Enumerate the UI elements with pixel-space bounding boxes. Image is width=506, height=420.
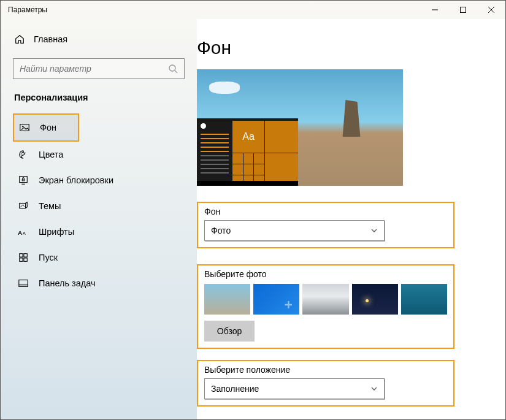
sidebar-item-label: Темы [39, 201, 61, 211]
content-area: Главная Персонализация Фон Цвета [1, 19, 505, 419]
home-icon [14, 34, 25, 45]
search-icon [168, 64, 178, 74]
photo-thumb-3[interactable] [302, 284, 348, 315]
palette-icon [18, 149, 29, 160]
choose-photo-label: Выберите фото [204, 269, 447, 279]
close-button[interactable] [477, 1, 505, 19]
taskbar-icon [18, 278, 29, 289]
chevron-down-icon [370, 227, 378, 234]
sidebar-item-label: Фон [40, 123, 56, 132]
titlebar: Параметры [1, 1, 505, 19]
window-title: Параметры [8, 6, 47, 14]
minimize-button[interactable] [421, 1, 449, 19]
sidebar-item-start[interactable]: Пуск [13, 245, 185, 270]
svg-rect-17 [20, 254, 23, 257]
home-link[interactable]: Главная [13, 29, 185, 50]
preview-cloud [209, 82, 240, 94]
svg-rect-19 [20, 258, 23, 261]
sidebar-item-label: Экран блокировки [39, 175, 113, 185]
search-box[interactable] [13, 58, 185, 79]
svg-rect-20 [24, 258, 27, 261]
sidebar-item-background[interactable]: Фон [13, 113, 79, 142]
svg-point-9 [21, 152, 23, 153]
themes-icon [18, 200, 29, 212]
preview-rock [337, 100, 366, 137]
settings-window: Параметры Главная [0, 0, 506, 420]
svg-rect-13 [22, 179, 25, 181]
dropdown-value: Фото [211, 226, 231, 235]
svg-point-4 [169, 65, 175, 71]
start-icon [18, 252, 29, 263]
preview-tiles: Aa [232, 118, 298, 186]
svg-rect-21 [19, 280, 28, 287]
photo-thumb-4[interactable] [352, 284, 398, 315]
preview-start-left [197, 118, 232, 186]
preview-start-menu: Aa [197, 118, 298, 186]
svg-text:A: A [23, 231, 26, 236]
nav-list: Фон Цвета Экран блокировки Темы [13, 113, 185, 296]
choose-photo-group: Выберите фото Обзор [197, 264, 454, 349]
chevron-down-icon [370, 385, 378, 392]
svg-point-7 [22, 126, 23, 127]
sidebar-item-lockscreen[interactable]: Экран блокировки [13, 167, 185, 193]
photo-thumb-2[interactable] [253, 284, 299, 315]
svg-point-8 [21, 153, 22, 155]
preview-tile-aa: Aa [232, 121, 264, 153]
background-type-label: Фон [204, 207, 447, 216]
sidebar-item-themes[interactable]: Темы [13, 193, 185, 219]
sidebar-item-colors[interactable]: Цвета [13, 142, 185, 167]
desktop-preview: Aa [197, 69, 403, 186]
svg-point-10 [25, 152, 26, 153]
window-controls [421, 1, 505, 19]
svg-rect-18 [24, 254, 27, 257]
sidebar-item-fonts[interactable]: AA Шрифты [13, 219, 185, 245]
sidebar-item-label: Пуск [39, 253, 58, 262]
fit-dropdown[interactable]: Заполнение [204, 378, 385, 399]
background-type-dropdown[interactable]: Фото [204, 220, 385, 241]
background-type-group: Фон Фото [197, 202, 454, 248]
preview-taskbar [197, 181, 298, 186]
page-title: Фон [197, 37, 481, 58]
section-title: Персонализация [13, 93, 185, 102]
sidebar: Главная Персонализация Фон Цвета [1, 19, 197, 419]
preview-tile [265, 121, 298, 153]
photo-thumbnails [204, 284, 447, 315]
sidebar-item-label: Шрифты [39, 227, 74, 237]
photo-thumb-5[interactable] [401, 284, 447, 315]
lock-screen-icon [18, 175, 29, 186]
sidebar-item-taskbar[interactable]: Панель задач [13, 270, 185, 296]
fonts-icon: AA [18, 226, 29, 237]
fit-group: Выберите положение Заполнение [197, 360, 454, 407]
svg-text:A: A [18, 229, 22, 236]
sidebar-item-label: Цвета [39, 150, 63, 159]
photo-thumb-1[interactable] [204, 284, 250, 315]
sidebar-item-label: Панель задач [39, 278, 96, 288]
fit-label: Выберите положение [204, 365, 447, 375]
svg-line-5 [175, 71, 177, 73]
maximize-button[interactable] [449, 1, 477, 19]
image-icon [19, 122, 30, 133]
main-panel: Фон Aa [197, 19, 505, 419]
svg-rect-1 [461, 7, 466, 13]
home-label: Главная [34, 34, 67, 44]
dropdown-value: Заполнение [211, 384, 259, 394]
browse-button[interactable]: Обзор [204, 321, 255, 342]
search-input[interactable] [20, 64, 168, 74]
svg-rect-14 [20, 204, 26, 208]
